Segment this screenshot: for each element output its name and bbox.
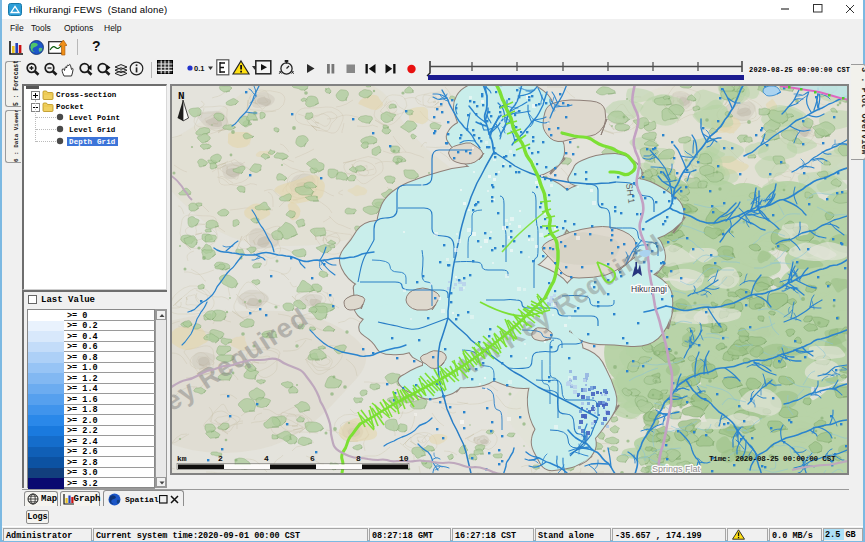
svg-text:5 : Forecast: 5 : Forecast [13,61,20,106]
svg-text:0.1: 0.1 [194,64,204,73]
svg-text:6 : Data Viewer: 6 : Data Viewer [13,110,20,162]
svg-text:3 : Plot Overview: 3 : Plot Overview [859,67,865,156]
